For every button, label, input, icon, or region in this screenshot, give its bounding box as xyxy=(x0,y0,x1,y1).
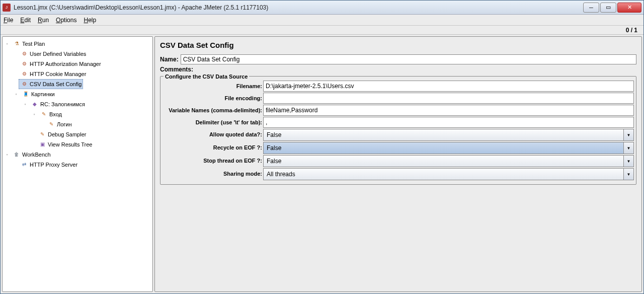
comments-label: Comments: xyxy=(160,66,193,73)
toggle-icon[interactable]: ◦ xyxy=(32,110,37,119)
name-label: Name: xyxy=(160,56,179,63)
tree-http-auth[interactable]: ⚙HTTP Authorization Manager xyxy=(19,59,103,69)
tree-test-plan[interactable]: ⚗ Test Plan xyxy=(11,39,46,49)
toggle-icon[interactable]: ◦ xyxy=(23,100,28,109)
delimiter-label: Delimiter (use '\t' for tab): xyxy=(163,117,263,128)
vars-label: Variable Names (comma-delimited): xyxy=(163,105,263,116)
config-title: CSV Data Set Config xyxy=(160,41,636,49)
tree-label: HTTP Proxy Server xyxy=(30,160,77,169)
menu-file[interactable]: File xyxy=(4,17,13,24)
toggle-icon[interactable]: ◦ xyxy=(14,90,19,99)
recycle-value: False xyxy=(264,142,623,154)
menu-help[interactable]: Help xyxy=(84,17,96,24)
tree-debug[interactable]: ✎Debug Sampler xyxy=(37,129,88,139)
stop-label: Stop thread on EOF ?: xyxy=(163,155,263,167)
gear-icon: ⚙ xyxy=(20,60,28,68)
tree-label: Вход xyxy=(49,110,62,119)
chevron-down-icon: ▼ xyxy=(623,129,633,140)
tree-workbench[interactable]: 🗑WorkBench xyxy=(11,150,52,160)
tree-label: HTTP Authorization Manager xyxy=(30,59,101,68)
tree-label: Логин xyxy=(57,120,72,129)
sharing-combo[interactable]: All threads ▼ xyxy=(263,168,634,180)
filename-label: Filename: xyxy=(163,81,263,92)
titlebar: J Lesson1.jmx (C:\Users\wadim\Desktop\Le… xyxy=(1,1,643,15)
app-window: J Lesson1.jmx (C:\Users\wadim\Desktop\Le… xyxy=(0,0,644,294)
thread-group-icon: 🧵 xyxy=(22,90,30,98)
close-button[interactable]: ✕ xyxy=(617,3,641,13)
tree-label: Debug Sampler xyxy=(48,130,86,139)
listener-icon: ▣ xyxy=(38,140,46,149)
tree-label: CSV Data Set Config xyxy=(30,80,82,89)
controller-icon: ◆ xyxy=(31,100,39,108)
workbench-icon: 🗑 xyxy=(13,151,21,159)
menu-run[interactable]: Run xyxy=(38,17,49,24)
app-icon: J xyxy=(3,4,11,12)
tree-login[interactable]: ✎Логин xyxy=(46,119,73,129)
tree-label: RC: Залогинимся xyxy=(40,100,85,109)
gear-icon: ⚙ xyxy=(20,50,28,58)
tree-proxy[interactable]: ⇄HTTP Proxy Server xyxy=(19,160,79,170)
encoding-label: File encoding: xyxy=(163,93,263,104)
window-title: Lesson1.jmx (C:\Users\wadim\Desktop\Less… xyxy=(14,4,583,11)
tree-http-cookie[interactable]: ⚙HTTP Cookie Manager xyxy=(19,69,88,79)
counter-row: 0 / 1 xyxy=(1,26,643,35)
maximize-button[interactable]: ▭ xyxy=(600,3,616,13)
tree-rc-login[interactable]: ◆RC: Залогинимся xyxy=(29,99,87,109)
vars-input[interactable] xyxy=(263,105,634,116)
sharing-value: All threads xyxy=(264,169,623,180)
encoding-input[interactable] xyxy=(263,93,634,104)
config-panel: CSV Data Set Config Name: Comments: Conf… xyxy=(154,36,642,292)
recycle-combo[interactable]: False ▼ xyxy=(263,142,634,154)
gear-icon: ⚙ xyxy=(20,80,28,88)
sharing-label: Sharing mode: xyxy=(163,168,263,180)
menu-options[interactable]: Options xyxy=(56,17,76,24)
tree-label: Test Plan xyxy=(22,39,45,48)
recycle-label: Recycle on EOF ?: xyxy=(163,142,263,154)
gear-icon: ⚙ xyxy=(20,70,28,78)
stop-combo[interactable]: False ▼ xyxy=(263,155,634,167)
thread-counter: 0 / 1 xyxy=(626,27,637,34)
csv-fieldset: Configure the CSV Data Source Filename: … xyxy=(160,76,636,185)
tree-label: User Defined Variables xyxy=(30,49,86,58)
menu-edit[interactable]: Edit xyxy=(20,17,31,24)
name-row: Name: xyxy=(160,54,636,64)
toggle-icon[interactable]: ◦ xyxy=(5,150,10,159)
comments-row: Comments: xyxy=(160,66,636,73)
delimiter-input[interactable] xyxy=(263,117,634,128)
tree-pictures[interactable]: 🧵Картинки xyxy=(20,89,56,99)
sampler-icon: ✎ xyxy=(47,120,55,128)
tree-vhod[interactable]: ✎Вход xyxy=(38,109,63,119)
window-controls: ─ ▭ ✕ xyxy=(583,3,641,13)
flask-icon: ⚗ xyxy=(13,40,21,48)
tree-user-vars[interactable]: ⚙User Defined Variables xyxy=(19,49,88,59)
proxy-icon: ⇄ xyxy=(20,161,28,169)
tree-label: Картинки xyxy=(31,90,55,99)
tree-label: HTTP Cookie Manager xyxy=(30,69,86,79)
chevron-down-icon: ▼ xyxy=(623,156,633,167)
quoted-label: Allow quoted data?: xyxy=(163,129,263,141)
quoted-value: False xyxy=(264,129,623,140)
fieldset-legend: Configure the CSV Data Source xyxy=(164,74,249,80)
sampler-icon: ✎ xyxy=(40,110,48,118)
toggle-icon[interactable]: ◦ xyxy=(5,39,10,48)
tree-label: WorkBench xyxy=(22,150,51,159)
filename-input[interactable] xyxy=(263,81,634,92)
chevron-down-icon: ▼ xyxy=(623,142,633,154)
name-input[interactable] xyxy=(181,54,636,64)
tree-results[interactable]: ▣View Results Tree xyxy=(37,139,94,150)
chevron-down-icon: ▼ xyxy=(623,169,633,180)
tree-label: View Results Tree xyxy=(48,140,92,149)
minimize-button[interactable]: ─ xyxy=(583,3,599,13)
tree-panel[interactable]: ◦ ⚗ Test Plan ⚙User Defined Variables ⚙H… xyxy=(2,36,153,292)
tree-csv-config[interactable]: ⚙CSV Data Set Config xyxy=(19,79,83,89)
sampler-icon: ✎ xyxy=(38,130,46,138)
stop-value: False xyxy=(264,156,623,167)
menubar: File Edit Run Options Help xyxy=(1,15,643,26)
quoted-combo[interactable]: False ▼ xyxy=(263,129,634,141)
test-tree: ◦ ⚗ Test Plan ⚙User Defined Variables ⚙H… xyxy=(4,39,151,170)
main-area: ◦ ⚗ Test Plan ⚙User Defined Variables ⚙H… xyxy=(1,35,643,293)
